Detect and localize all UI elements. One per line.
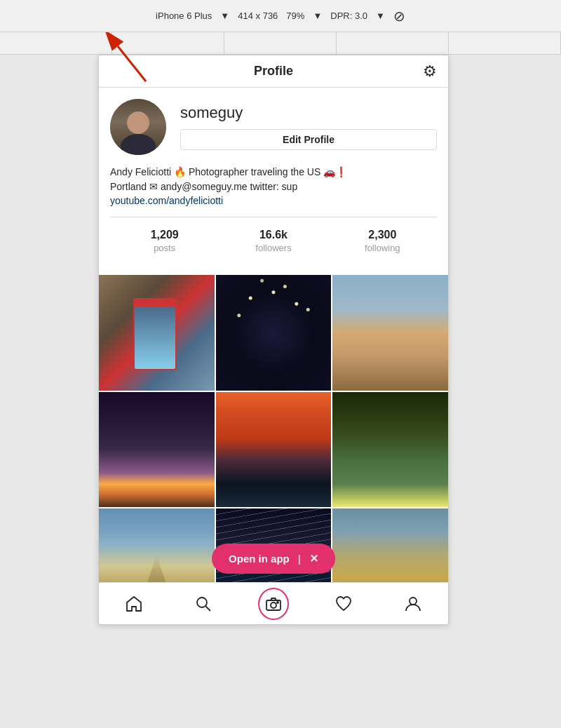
stat-following[interactable]: 2,300 following bbox=[328, 229, 437, 254]
bio-link[interactable]: youtube.com/andyfeliciotti bbox=[110, 195, 223, 206]
svg-point-6 bbox=[277, 602, 278, 603]
chevron-down-icon: ▼ bbox=[220, 11, 229, 21]
nav-profile-button[interactable] bbox=[398, 588, 428, 619]
following-count: 2,300 bbox=[328, 229, 437, 241]
device-frame-icon[interactable]: ⊘ bbox=[393, 8, 405, 25]
tab-3[interactable] bbox=[224, 32, 337, 54]
open-in-app-divider: | bbox=[298, 553, 301, 565]
avatar-image bbox=[110, 99, 166, 155]
tab-4[interactable] bbox=[337, 32, 449, 54]
posts-count: 1,209 bbox=[110, 229, 219, 241]
avatar-body bbox=[121, 134, 156, 155]
profile-section: someguy Edit Profile Andy Feliciotti 🔥 P… bbox=[99, 88, 448, 275]
username: someguy bbox=[180, 104, 437, 122]
nav-heart-button[interactable] bbox=[328, 588, 359, 619]
stats-row: 1,209 posts 16.6k followers 2,300 follow… bbox=[110, 226, 437, 264]
photo-cell-4[interactable] bbox=[99, 392, 215, 508]
bio-line-1: Andy Feliciotti 🔥 Photographer traveling… bbox=[110, 165, 437, 180]
dpr-label: DPR: 3.0 bbox=[330, 11, 367, 21]
photo-cell-2[interactable] bbox=[216, 275, 332, 391]
svg-line-3 bbox=[206, 606, 211, 611]
svg-point-5 bbox=[271, 602, 276, 608]
followers-count: 16.6k bbox=[219, 229, 327, 241]
svg-point-2 bbox=[197, 598, 207, 607]
settings-icon[interactable]: ⚙ bbox=[423, 62, 437, 81]
edit-profile-button[interactable]: Edit Profile bbox=[180, 129, 437, 150]
stat-followers[interactable]: 16.6k followers bbox=[219, 229, 327, 254]
photo-cell-3[interactable] bbox=[332, 275, 448, 391]
bio-section: Andy Feliciotti 🔥 Photographer traveling… bbox=[110, 165, 437, 207]
nav-home-button[interactable] bbox=[119, 588, 149, 619]
nav-camera-button[interactable] bbox=[258, 588, 289, 619]
app-header: Profile ⚙ bbox=[99, 55, 448, 88]
avatar bbox=[110, 99, 166, 155]
photo-cell-5[interactable] bbox=[216, 392, 332, 508]
tab-2[interactable] bbox=[112, 32, 224, 54]
photo-cell-6[interactable] bbox=[332, 392, 448, 508]
device-label: iPhone 6 Plus bbox=[156, 11, 212, 21]
zoom-chevron-icon: ▼ bbox=[313, 11, 322, 21]
open-in-app-label: Open in app bbox=[229, 553, 290, 565]
following-label: following bbox=[365, 243, 400, 253]
close-icon[interactable]: ✕ bbox=[309, 552, 318, 565]
nav-search-button[interactable] bbox=[188, 588, 219, 619]
bio-line-2: Portland ✉ andy@someguy.me twitter: sup bbox=[110, 180, 437, 194]
followers-label: followers bbox=[255, 243, 291, 253]
avatar-head bbox=[127, 112, 149, 134]
bottom-nav bbox=[99, 582, 448, 624]
svg-point-7 bbox=[410, 598, 417, 605]
open-in-app-banner[interactable]: Open in app | ✕ bbox=[212, 544, 335, 574]
profile-info: someguy Edit Profile bbox=[180, 104, 437, 150]
tab-5[interactable] bbox=[449, 32, 561, 54]
camera-circle bbox=[258, 588, 289, 620]
dpr-chevron-icon: ▼ bbox=[376, 11, 385, 21]
photo-cell-1[interactable] bbox=[99, 275, 215, 391]
phone-frame: Profile ⚙ someguy Edit Profile Andy Feli… bbox=[98, 55, 449, 625]
tab-1[interactable] bbox=[0, 32, 112, 54]
stats-divider bbox=[110, 217, 437, 217]
posts-label: posts bbox=[154, 243, 175, 253]
stat-posts: 1,209 posts bbox=[110, 229, 219, 254]
resolution-label: 414 x 736 bbox=[238, 11, 278, 21]
browser-bar: iPhone 6 Plus ▼ 414 x 736 79% ▼ DPR: 3.0… bbox=[0, 0, 561, 32]
profile-top: someguy Edit Profile bbox=[110, 99, 437, 155]
app-title: Profile bbox=[254, 64, 293, 79]
zoom-label: 79% bbox=[286, 11, 304, 21]
tab-bar bbox=[0, 32, 561, 55]
